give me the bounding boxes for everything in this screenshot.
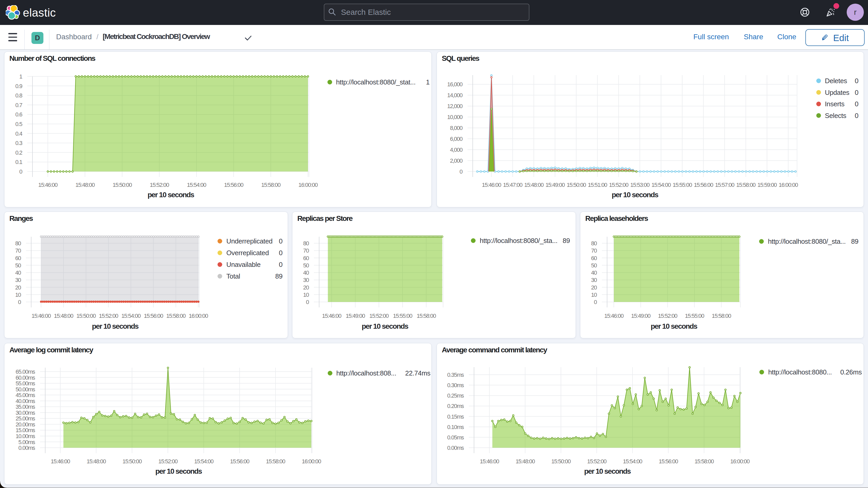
svg-text:16:00:00: 16:00:00	[298, 182, 318, 188]
svg-text:Total: Total	[226, 272, 240, 280]
svg-text:50.00ms: 50.00ms	[16, 386, 35, 393]
svg-text:0.7: 0.7	[16, 102, 22, 109]
svg-text:0.3: 0.3	[16, 140, 22, 146]
svg-text:0.10ms: 0.10ms	[447, 424, 464, 430]
svg-text:per 10 seconds: per 10 seconds	[148, 191, 194, 199]
svg-text:20: 20	[16, 284, 21, 291]
svg-text:0.5: 0.5	[16, 121, 22, 127]
svg-text:10: 10	[303, 292, 309, 298]
svg-text:40: 40	[591, 270, 597, 276]
svg-text:15:57:00: 15:57:00	[715, 182, 735, 188]
svg-text:0.00ms: 0.00ms	[447, 445, 464, 451]
svg-text:0.30ms: 0.30ms	[447, 382, 464, 389]
svg-text:1: 1	[426, 78, 430, 86]
svg-text:15:59:00: 15:59:00	[757, 182, 777, 188]
svg-text:15:52:00: 15:52:00	[158, 458, 178, 465]
svg-text:Underreplicated: Underreplicated	[226, 237, 273, 245]
svg-text:15:52:00: 15:52:00	[99, 313, 118, 319]
svg-text:15:54:00: 15:54:00	[194, 458, 214, 465]
svg-text:15:50:00: 15:50:00	[122, 458, 142, 465]
svg-text:15:48:00: 15:48:00	[516, 458, 535, 465]
svg-text:10: 10	[591, 292, 597, 298]
svg-text:15:50:00: 15:50:00	[566, 182, 586, 188]
svg-text:40.00ms: 40.00ms	[16, 398, 35, 404]
svg-text:15:54:00: 15:54:00	[187, 182, 206, 188]
svg-text:15:56:00: 15:56:00	[659, 458, 678, 465]
svg-text:70: 70	[16, 247, 21, 254]
svg-text:per 10 seconds: per 10 seconds	[155, 467, 202, 475]
svg-text:20: 20	[591, 284, 597, 291]
svg-text:15:48:00: 15:48:00	[54, 313, 73, 319]
svg-text:http://localhost:808...: http://localhost:808...	[336, 369, 396, 377]
svg-text:40: 40	[303, 270, 309, 276]
svg-text:http://localhost:8080/_sta...: http://localhost:8080/_sta...	[768, 238, 846, 245]
svg-text:15:58:00: 15:58:00	[736, 182, 756, 188]
svg-text:15:56:00: 15:56:00	[224, 182, 244, 188]
svg-text:0: 0	[279, 249, 282, 257]
svg-text:25.00ms: 25.00ms	[16, 415, 35, 422]
svg-text:15:58:00: 15:58:00	[261, 182, 281, 188]
svg-text:0: 0	[594, 299, 597, 305]
svg-text:55.00ms: 55.00ms	[16, 380, 35, 387]
svg-text:14,000: 14,000	[447, 92, 463, 98]
svg-text:15:52:00: 15:52:00	[369, 313, 389, 319]
svg-text:per 10 seconds: per 10 seconds	[362, 322, 408, 330]
svg-text:16,000: 16,000	[447, 81, 463, 88]
svg-text:15:48:00: 15:48:00	[524, 182, 544, 188]
svg-text:15:52:00: 15:52:00	[609, 182, 629, 188]
svg-text:5.00ms: 5.00ms	[19, 439, 35, 446]
svg-text:30: 30	[16, 277, 21, 283]
svg-text:0.9: 0.9	[16, 83, 22, 89]
svg-text:0: 0	[306, 299, 309, 305]
svg-text:0.1: 0.1	[16, 159, 22, 165]
svg-text:15:52:00: 15:52:00	[658, 313, 678, 319]
svg-text:15:52:00: 15:52:00	[587, 458, 607, 465]
svg-text:http://localhost:8080/_stat...: http://localhost:8080/_stat...	[336, 78, 415, 86]
svg-text:16:00:00: 16:00:00	[302, 458, 321, 465]
svg-text:15:46:00: 15:46:00	[480, 458, 499, 465]
svg-text:0.8: 0.8	[16, 92, 22, 99]
svg-text:0: 0	[279, 261, 282, 268]
svg-text:0: 0	[855, 112, 858, 120]
svg-text:15:46:00: 15:46:00	[31, 313, 51, 319]
svg-text:Unavailable: Unavailable	[226, 261, 260, 268]
svg-text:6,000: 6,000	[450, 135, 463, 142]
svg-text:15:56:00: 15:56:00	[230, 458, 249, 465]
svg-text:80: 80	[16, 240, 21, 247]
svg-text:15:54:00: 15:54:00	[652, 182, 671, 188]
svg-text:50: 50	[303, 262, 309, 269]
svg-text:Deletes: Deletes	[825, 77, 847, 85]
svg-text:15:55:00: 15:55:00	[393, 313, 412, 319]
svg-text:20.00ms: 20.00ms	[16, 421, 35, 428]
svg-text:60: 60	[591, 255, 597, 262]
svg-text:16:00:00: 16:00:00	[779, 182, 798, 188]
svg-text:0.20ms: 0.20ms	[447, 403, 464, 409]
svg-text:0.25ms: 0.25ms	[447, 392, 464, 399]
svg-text:1: 1	[19, 73, 22, 80]
svg-text:15:54:00: 15:54:00	[121, 313, 141, 319]
svg-text:80: 80	[591, 240, 597, 247]
svg-text:15:56:00: 15:56:00	[144, 313, 163, 319]
svg-text:Updates: Updates	[825, 89, 849, 96]
svg-text:Inserts: Inserts	[825, 100, 845, 108]
svg-text:0.4: 0.4	[16, 130, 22, 137]
svg-text:16:00:00: 16:00:00	[730, 458, 750, 465]
svg-text:15:58:00: 15:58:00	[694, 458, 714, 465]
svg-text:15.00ms: 15.00ms	[16, 427, 35, 433]
svg-text:15:48:00: 15:48:00	[75, 182, 95, 188]
svg-text:15:58:00: 15:58:00	[712, 313, 731, 319]
svg-text:2,000: 2,000	[450, 157, 463, 164]
svg-text:0.15ms: 0.15ms	[447, 414, 464, 420]
svg-text:15:47:00: 15:47:00	[503, 182, 523, 188]
svg-text:15:49:00: 15:49:00	[546, 182, 565, 188]
svg-text:60.00ms: 60.00ms	[16, 374, 35, 381]
svg-text:16:00:00: 16:00:00	[189, 313, 208, 319]
svg-text:0.00ms: 0.00ms	[19, 445, 35, 451]
svg-text:45.00ms: 45.00ms	[16, 392, 35, 398]
svg-text:15:55:00: 15:55:00	[685, 313, 704, 319]
svg-text:0: 0	[855, 77, 858, 85]
svg-text:15:56:00: 15:56:00	[694, 182, 713, 188]
svg-text:0.05ms: 0.05ms	[447, 434, 464, 441]
svg-text:0: 0	[19, 169, 22, 175]
svg-text:per 10 seconds: per 10 seconds	[651, 322, 698, 330]
